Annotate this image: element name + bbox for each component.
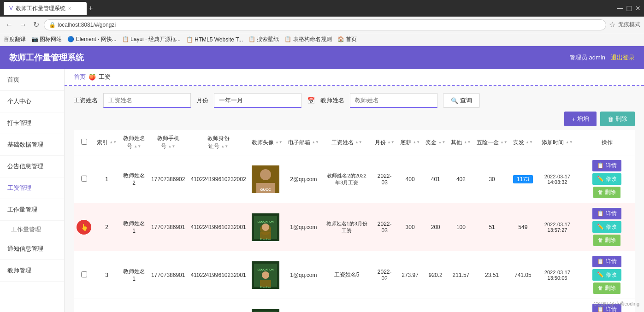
- add-btn-label: 增增: [577, 115, 589, 123]
- app-body: 首页 个人中心 打卡管理 基础数据管理 公告信息管理 工资管理 工作量管理 工作…: [0, 69, 644, 312]
- row-teacher-name: 教师姓名1: [119, 203, 148, 251]
- select-all-checkbox[interactable]: [81, 139, 87, 145]
- row-salary-name: 工资姓名5: [322, 251, 372, 299]
- delete-row-btn[interactable]: 🗑 删除: [593, 187, 620, 198]
- secure-icon: 🔒: [49, 22, 56, 28]
- bookmark-baidu[interactable]: 百度翻译: [4, 35, 26, 43]
- row-phone: 17707386901: [148, 251, 188, 299]
- bookmark-star[interactable]: ☆: [609, 20, 615, 29]
- row-month: 2022-02: [372, 251, 397, 299]
- row-phone: 17707386901: [148, 299, 188, 312]
- teacher-name-input[interactable]: [350, 93, 437, 108]
- batch-delete-btn[interactable]: 🗑 删除: [600, 112, 635, 126]
- bookmark-layui[interactable]: 📋 Layui · 经典开源框...: [122, 35, 181, 43]
- address-bar[interactable]: 🔒 localhost:8081/#/gongzi: [44, 19, 606, 30]
- back-btn[interactable]: ←: [4, 20, 15, 30]
- delete-row-btn[interactable]: 🗑 删除: [593, 235, 620, 246]
- new-tab-btn[interactable]: +: [89, 4, 93, 12]
- edit-btn[interactable]: ✏️ 修改: [592, 269, 621, 281]
- row-checkbox[interactable]: [81, 271, 87, 277]
- sidebar-item-salary[interactable]: 工资管理: [0, 177, 64, 199]
- breadcrumb-current-text: 工资: [99, 73, 111, 81]
- edit-btn[interactable]: ✏️ 修改: [592, 221, 621, 233]
- svg-point-9: [262, 224, 269, 231]
- bookmark-table[interactable]: 📋 表格构命名规则: [284, 35, 331, 43]
- search-btn[interactable]: 🔍 查询: [443, 93, 480, 108]
- app-header: 教师工作量管理系统 管理员 admin 退出登录: [0, 46, 644, 69]
- row-month: 2022-03: [372, 155, 397, 203]
- month-input[interactable]: [214, 93, 301, 108]
- row-salary-name: 教师姓名1的3月份工资: [322, 203, 372, 251]
- detail-btn[interactable]: 📋 详情: [592, 256, 621, 267]
- sidebar-item-clock[interactable]: 打卡管理: [0, 112, 64, 134]
- month-label: 月份: [196, 96, 208, 105]
- row-phone: 17707386901: [148, 203, 188, 251]
- sort-icon: ▲▼: [355, 141, 362, 144]
- close-btn[interactable]: ×: [635, 4, 640, 13]
- bookmark-home[interactable]: 🏠 首页: [337, 35, 357, 43]
- col-avatar: 教师头像 ▲▼: [249, 130, 285, 155]
- row-month: 2022-03: [372, 203, 397, 251]
- calendar-icon: 📅: [307, 97, 315, 104]
- sidebar-item-home[interactable]: 首页: [0, 69, 64, 91]
- bookmark-wallpaper[interactable]: 📋 搜索壁纸: [248, 35, 279, 43]
- minimize-btn[interactable]: ─: [617, 4, 623, 13]
- col-add-time: 添加时间 ▲▼: [536, 130, 579, 155]
- col-idcard: 教师身份证号 ▲▼: [188, 130, 248, 155]
- breadcrumb-separator: 🍑: [89, 74, 96, 81]
- sidebar: 首页 个人中心 打卡管理 基础数据管理 公告信息管理 工资管理 工作量管理 工作…: [0, 69, 65, 312]
- sort-icon: ▲▼: [134, 145, 141, 148]
- bookmark-element[interactable]: 🔵 Element · 网快...: [67, 35, 116, 43]
- sidebar-item-notice[interactable]: 公告信息管理: [0, 156, 64, 177]
- sidebar-item-basic[interactable]: 基础数据管理: [0, 134, 64, 156]
- red-circle-icon[interactable]: [77, 220, 91, 235]
- row-email: 1@qq.co m: [285, 299, 322, 312]
- refresh-btn[interactable]: ↻: [31, 19, 41, 30]
- user-menu[interactable]: 无痕模式: [618, 21, 640, 29]
- edit-btn[interactable]: ✏️ 修改: [592, 173, 621, 185]
- search-icon: 🔍: [451, 97, 458, 104]
- sidebar-sub-workload[interactable]: 工作量管理: [0, 221, 64, 238]
- sort-icon: ▲▼: [464, 141, 471, 144]
- row-idcard: 410224199610232001: [188, 203, 248, 251]
- detail-btn[interactable]: 📋 详情: [592, 208, 621, 219]
- row-add-time: 2022-03-17 13:50:06: [536, 299, 579, 312]
- row-phone: 17707386902: [148, 155, 188, 203]
- row-month: 2022-02: [372, 299, 397, 312]
- detail-btn[interactable]: 📋 详情: [592, 160, 621, 171]
- sidebar-item-notification[interactable]: 通知信息管理: [0, 238, 64, 260]
- row-idcard: 410224199610232001: [188, 251, 248, 299]
- row-avatar: EDUCATION EducAtion: [249, 251, 285, 299]
- bookmark-icons[interactable]: 📷 图标网站: [31, 35, 62, 43]
- bookmarks-bar: 百度翻译 📷 图标网站 🔵 Element · 网快... 📋 Layui · …: [0, 33, 644, 46]
- logout-btn[interactable]: 退出登录: [611, 53, 635, 62]
- action-area: + 增增 🗑 删除: [65, 112, 644, 130]
- add-btn[interactable]: + 增增: [564, 112, 597, 126]
- active-tab[interactable]: V 教师工作量管理系统 ×: [4, 2, 87, 15]
- sort-icon: ▲▼: [413, 141, 420, 144]
- row-base: 300: [397, 203, 423, 251]
- sidebar-item-workload[interactable]: 工作量管理: [0, 199, 64, 221]
- delete-row-btn[interactable]: 🗑 删除: [593, 283, 620, 294]
- search-btn-label: 查询: [460, 96, 472, 105]
- tab-close-btn[interactable]: ×: [68, 6, 71, 11]
- select-all-header: [74, 130, 94, 155]
- browser-toolbar: ← → ↻ 🔒 localhost:8081/#/gongzi ☆ 无痕模式: [0, 17, 644, 33]
- sort-icon: ▲▼: [526, 141, 533, 144]
- browser-actions: ☆ 无痕模式: [609, 20, 640, 29]
- restore-btn[interactable]: □: [627, 4, 632, 13]
- admin-label: 管理员 admin: [569, 53, 605, 62]
- row-checkbox[interactable]: [81, 176, 87, 182]
- salary-name-input[interactable]: [103, 93, 191, 108]
- row-actions: 📋 详情 ✏️ 修改 🗑 删除: [579, 203, 635, 251]
- forward-btn[interactable]: →: [18, 20, 29, 30]
- sidebar-item-teacher[interactable]: 教师管理: [0, 260, 64, 282]
- row-avatar: EDUCATION EducAtion: [249, 299, 285, 312]
- row-checkbox-cell: [74, 155, 94, 203]
- row-actions: 📋 详情 ✏️ 修改 🗑 删除: [579, 155, 635, 203]
- row-bonus: 96.74: [423, 299, 448, 312]
- bookmark-html5[interactable]: 📋 HTML5 Website T...: [186, 36, 243, 43]
- sidebar-item-personal[interactable]: 个人中心: [0, 91, 64, 112]
- breadcrumb-home[interactable]: 首页: [74, 73, 86, 81]
- col-bonus: 奖金 ▲▼: [423, 130, 448, 155]
